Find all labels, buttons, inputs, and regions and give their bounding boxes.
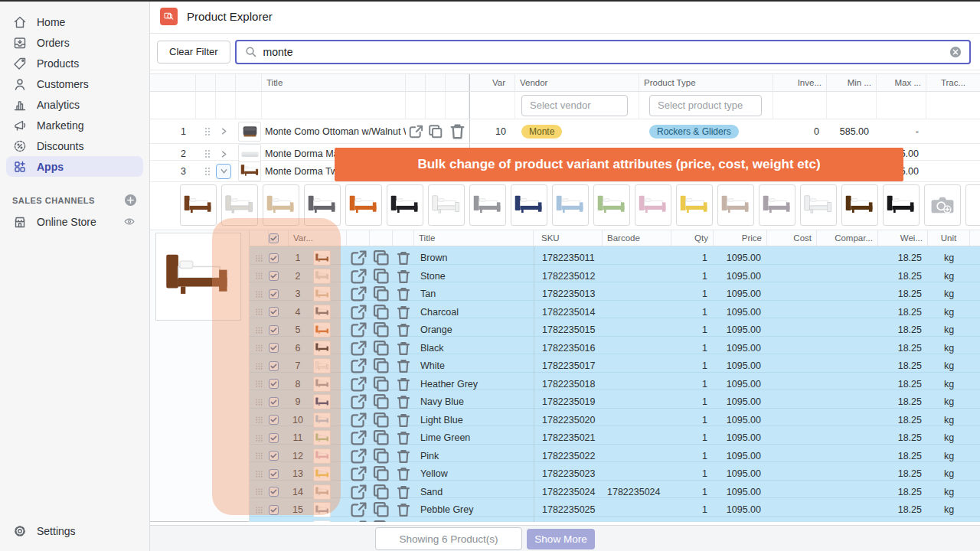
variant-image-thumb[interactable]	[593, 184, 630, 226]
variant-image-thumb[interactable]	[883, 184, 920, 226]
variant-checkbox[interactable]	[269, 469, 289, 479]
variant-thumbnail[interactable]	[307, 358, 347, 373]
product-type-filter-select[interactable]: Select product type	[649, 95, 762, 116]
variant-checkbox[interactable]	[269, 361, 289, 371]
variant-thumbnail[interactable]	[307, 520, 347, 523]
sidebar-item-products[interactable]: Products	[6, 53, 143, 73]
variant-title[interactable]: Black	[414, 343, 534, 354]
variant-title[interactable]: Yellow	[414, 468, 534, 479]
variant-checkbox[interactable]	[269, 343, 289, 353]
variant-title[interactable]: Light Blue	[414, 415, 534, 425]
drag-handle-icon[interactable]	[250, 398, 269, 406]
variant-image-thumb[interactable]	[759, 184, 795, 226]
open-variant-icon[interactable]	[347, 517, 370, 523]
drag-handle-icon[interactable]	[250, 362, 269, 370]
variant-checkbox[interactable]	[269, 379, 289, 389]
variant-title[interactable]: Orange	[414, 324, 534, 335]
drag-handle-icon[interactable]	[250, 290, 269, 298]
variant-title[interactable]: Lime Green	[414, 432, 534, 443]
drag-handle-icon[interactable]	[250, 254, 269, 262]
add-sales-channel-icon[interactable]	[124, 194, 137, 207]
variant-title[interactable]: Stone	[414, 271, 534, 282]
variant-title[interactable]: Pink	[414, 451, 534, 461]
sidebar-item-online-store[interactable]: Online Store	[6, 211, 143, 232]
sidebar-item-home[interactable]: Home	[6, 11, 143, 32]
sidebar-item-customers[interactable]: Customers	[6, 73, 143, 94]
drag-handle-icon[interactable]	[250, 470, 269, 478]
product-title[interactable]: Monte Como Ottoman w/Walnut Wo...	[262, 126, 406, 137]
variant-image-thumb[interactable]	[304, 184, 341, 226]
variant-image-thumb[interactable]	[676, 184, 713, 226]
variant-checkbox[interactable]	[269, 487, 289, 497]
sidebar-item-orders[interactable]: Orders	[6, 32, 143, 53]
drag-handle-icon[interactable]	[196, 148, 216, 159]
variant-thumbnail[interactable]	[307, 394, 347, 409]
delete-product-icon[interactable]	[446, 119, 469, 143]
expand-row-icon[interactable]	[216, 124, 236, 139]
clear-filter-button[interactable]: Clear Filter	[157, 41, 230, 64]
variant-thumbnail[interactable]	[307, 412, 347, 428]
drag-handle-icon[interactable]	[250, 272, 269, 280]
variant-thumbnail[interactable]	[307, 430, 347, 445]
show-more-button[interactable]: Show More	[527, 529, 595, 549]
variant-thumbnail[interactable]	[307, 448, 347, 464]
variant-title[interactable]: Brown	[414, 253, 534, 263]
variant-thumbnail[interactable]	[307, 269, 347, 284]
variant-checkbox[interactable]	[269, 253, 289, 263]
variant-image-thumb[interactable]	[552, 184, 589, 226]
variant-checkbox[interactable]	[269, 289, 289, 299]
drag-handle-icon[interactable]	[196, 166, 216, 177]
clear-search-icon[interactable]	[949, 46, 962, 58]
variant-image-thumb[interactable]	[221, 184, 258, 226]
open-product-icon[interactable]	[406, 122, 426, 142]
drag-handle-icon[interactable]	[250, 326, 269, 334]
variant-thumbnail[interactable]	[307, 250, 347, 266]
variant-checkbox[interactable]	[269, 451, 289, 461]
search-input[interactable]	[263, 46, 943, 58]
variant-checkbox[interactable]	[269, 505, 289, 515]
product-thumbnail[interactable]	[236, 122, 262, 142]
variant-image-thumb[interactable]	[717, 184, 754, 226]
variant-title[interactable]: Tan	[414, 289, 534, 299]
sidebar-item-discounts[interactable]: Discounts	[6, 135, 143, 156]
drag-handle-icon[interactable]	[250, 506, 269, 514]
drag-handle-icon[interactable]	[250, 487, 269, 496]
variant-checkbox[interactable]	[269, 433, 289, 443]
variant-image-thumb[interactable]	[263, 184, 299, 226]
variant-title[interactable]: White	[414, 360, 534, 371]
sidebar-item-marketing[interactable]: Marketing	[6, 115, 143, 135]
drag-handle-icon[interactable]	[196, 126, 216, 137]
expand-row-icon[interactable]	[216, 146, 236, 161]
duplicate-product-icon[interactable]	[426, 122, 446, 142]
variant-image-thumb[interactable]	[180, 184, 217, 226]
variant-thumbnail[interactable]	[307, 286, 347, 302]
drag-handle-icon[interactable]	[250, 380, 269, 388]
variant-title[interactable]: Sand	[414, 487, 534, 497]
sidebar-item-analytics[interactable]: Analytics	[6, 94, 143, 115]
sidebar-item-apps[interactable]: Apps	[6, 156, 143, 177]
drag-handle-icon[interactable]	[250, 308, 269, 316]
variant-checkbox[interactable]	[269, 271, 289, 281]
variant-checkbox[interactable]	[269, 415, 289, 425]
variant-image-thumb[interactable]	[387, 184, 423, 226]
sidebar-item-settings[interactable]: Settings	[6, 520, 144, 541]
delete-variant-icon[interactable]	[393, 517, 414, 523]
variant-title[interactable]: Charcoal	[414, 307, 534, 318]
variant-checkbox[interactable]	[269, 307, 289, 317]
variant-thumbnail[interactable]	[307, 377, 347, 392]
duplicate-variant-icon[interactable]	[370, 517, 393, 523]
variant-image-thumb[interactable]	[511, 184, 547, 226]
variant-checkbox[interactable]	[269, 397, 289, 407]
variant-image-thumb[interactable]	[469, 184, 506, 226]
variant-checkbox[interactable]	[269, 325, 289, 335]
collapse-row-icon[interactable]	[216, 164, 236, 179]
add-image-button[interactable]	[924, 184, 961, 226]
variant-title[interactable]: Navy Blue	[414, 396, 534, 407]
product-thumbnail[interactable]	[236, 161, 262, 181]
variant-title[interactable]: Pebble Grey	[414, 504, 534, 515]
drag-handle-icon[interactable]	[250, 434, 269, 442]
variant-image-thumb[interactable]	[428, 184, 465, 226]
variant-image-thumb[interactable]	[800, 184, 837, 226]
variant-image-thumb[interactable]	[345, 184, 382, 226]
drag-handle-icon[interactable]	[250, 344, 269, 352]
